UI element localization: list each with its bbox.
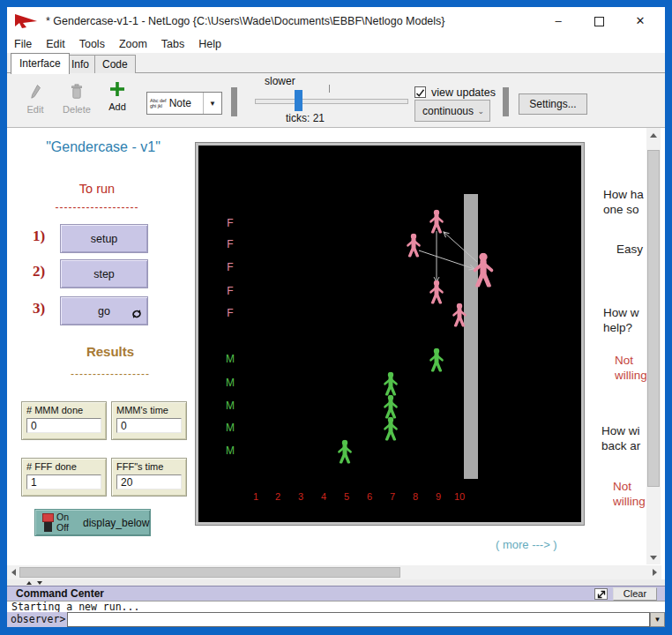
detach-button[interactable] [594,588,608,600]
setup-button-label: setup [91,233,118,245]
red-divider: ------------------- [26,201,168,213]
command-history-button[interactable]: ▼ [650,612,665,627]
menu-help[interactable]: Help [191,38,228,50]
step-number-3: 3) [33,300,45,318]
title-bar: * Gendercase-v1-1 - NetLogo {C:\Users\Wa… [7,7,665,35]
world-canvas: FFFFFMMMMM12345678910 [198,146,581,522]
monitor-label: FFF"s time [116,461,182,472]
toolbar-separator [503,87,509,116]
monitor-label: MMM's time [116,405,182,415]
scroll-right-button[interactable] [647,565,661,579]
update-mode-value: continuous [415,105,477,117]
wall-patch [464,194,478,479]
widget-preview: Abc defghi jkl [150,98,167,108]
person-male [431,348,443,371]
view-updates-label: view updates [431,86,496,99]
view-updates-checkbox[interactable] [414,86,426,98]
arrow-left-icon [11,569,16,576]
display-below-switch[interactable]: On Off display_below [34,509,151,536]
menu-zoom[interactable]: Zoom [112,38,154,50]
menu-tabs[interactable]: Tabs [154,38,191,50]
step-number-2: 2) [33,263,45,280]
observer-prompt: observer> [7,612,67,627]
go-button[interactable]: go [60,296,148,325]
go-button-label: go [98,305,110,318]
row-label-female: F [227,307,233,319]
axis-number: 2 [275,491,280,502]
clear-button[interactable]: Clear [613,587,657,601]
axis-number: 3 [298,491,303,502]
arrow-up-icon [650,133,657,138]
scroll-left-button[interactable] [7,565,19,579]
person-female [431,210,443,233]
to-run-heading: To run [26,182,168,196]
slider-tick [329,85,330,93]
toolbar-separator [231,87,237,116]
close-button[interactable]: ✕ [627,11,653,32]
menu-file[interactable]: File [7,38,39,50]
horizontal-scroll-thumb[interactable] [19,567,400,578]
scroll-down-button[interactable] [646,550,661,564]
monitor-mmm-done: # MMM done 0 [21,401,107,440]
minimize-button[interactable]: – [545,11,571,32]
monitor-mmm-time: MMM's time 0 [111,401,187,440]
switch-handle[interactable] [42,513,54,522]
interface-panel: "Gendercase - v1" To run ---------------… [7,128,665,579]
command-input-row: observer> ▼ [7,612,665,627]
chevron-down-icon: ▼ [203,93,221,114]
widget-type-select[interactable]: Abc defghi jkl Note ▼ [146,92,222,115]
horizontal-scrollbar[interactable] [7,565,661,579]
speed-slider-handle[interactable] [295,90,302,111]
speed-slider-label: slower [265,75,295,87]
maximize-button[interactable] [586,11,612,32]
tab-code[interactable]: Code [94,55,136,73]
monitor-value: 1 [26,474,101,489]
command-input[interactable] [67,612,650,627]
netlogo-logo-icon [14,12,39,30]
menu-tools[interactable]: Tools [72,38,112,50]
monitor-fff-done: # FFF done 1 [21,458,107,497]
person-female [408,234,420,257]
scroll-up-button[interactable] [646,128,661,142]
menu-edit[interactable]: Edit [39,38,72,50]
row-label-female: F [227,217,233,229]
brown-divider: ------------------ [35,368,185,380]
row-label-male: M [226,444,235,457]
row-label-female: F [227,238,233,250]
pencil-icon [30,84,41,100]
delete-widget-button[interactable]: Delete [58,84,95,115]
settings-button[interactable]: Settings... [519,93,587,115]
vertical-scrollbar[interactable] [646,128,661,564]
delete-label: Delete [58,104,95,115]
person-male [340,440,351,463]
monitor-value: 20 [116,474,182,489]
axis-number: 5 [344,491,349,502]
vertical-scroll-thumb[interactable] [647,150,660,487]
tab-interface[interactable]: Interface [11,53,70,74]
tab-bar: Interface Info Code [7,53,665,73]
add-widget-button[interactable]: Add [102,81,132,112]
command-center-splitter[interactable] [7,579,665,586]
more-note: ( more ---> ) [496,538,557,551]
speed-slider[interactable] [255,99,408,104]
step-button[interactable]: step [60,259,148,288]
netlogo-window: * Gendercase-v1-1 - NetLogo {C:\Users\Wa… [0,0,672,635]
edit-widget-button[interactable]: Edit [19,84,51,115]
axis-number: 10 [454,491,465,502]
step-number-1: 1) [33,228,45,245]
setup-button[interactable]: setup [60,224,148,253]
command-center-title: Command Center [16,587,104,600]
update-mode-select[interactable]: continuous ⌄ [414,100,490,122]
row-label-male: M [226,353,235,365]
axis-number: 6 [367,491,372,502]
command-center-header: Command Center Clear [7,586,665,601]
monitor-label: # MMM done [26,405,101,415]
note-text: How haone so [603,187,647,217]
switch-name-label: display_below [83,517,149,529]
plus-icon [109,81,125,97]
world-view[interactable]: FFFFFMMMMM12345678910 [196,143,584,525]
row-label-female: F [227,285,233,297]
forever-icon [131,309,142,319]
axis-number: 9 [436,491,441,502]
trash-icon [71,84,83,100]
